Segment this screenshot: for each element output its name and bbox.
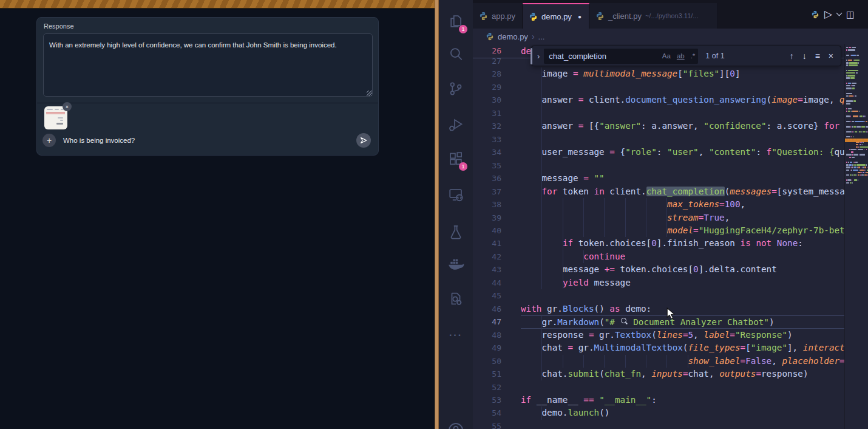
split-editor-icon[interactable]: ◫ [846, 10, 855, 19]
run-button[interactable]: ▷ [824, 9, 832, 19]
line-number: 32 [473, 120, 501, 132]
code-line [521, 381, 844, 394]
run-dropdown-icon[interactable] [836, 10, 843, 16]
indent-guide [541, 172, 542, 185]
remove-attachment-button[interactable]: × [63, 102, 72, 111]
explorer-badge: 1 [459, 25, 467, 33]
indent-guide [666, 211, 667, 224]
find-next-icon[interactable]: ↓ [802, 51, 807, 61]
minimap-line [846, 190, 868, 191]
minimap-line [846, 149, 868, 150]
breadcrumb-file[interactable]: demo.py [498, 32, 528, 41]
indent-guide [541, 120, 542, 132]
indent-guide [646, 224, 646, 237]
code-line: continue [521, 250, 844, 263]
indent-guide [541, 211, 542, 224]
find-input[interactable] [544, 52, 659, 61]
whole-word-toggle[interactable]: ab [674, 52, 688, 60]
line-number: 55 [473, 420, 501, 429]
remote-explorer-icon[interactable] [439, 182, 473, 207]
send-button[interactable] [356, 133, 371, 148]
response-textarea[interactable]: With an extremely high level of confiden… [43, 33, 373, 97]
more-actions-icon[interactable]: ··· [439, 323, 473, 348]
indent-guide [646, 198, 646, 211]
attachment-thumbnail[interactable]: × [44, 106, 67, 129]
code-line [521, 107, 844, 120]
minimap-line [846, 123, 868, 125]
chat-message-text[interactable]: Who is being invoiced? [63, 137, 135, 144]
indent-guide [563, 263, 563, 276]
indent-guide [541, 368, 542, 380]
line-number: 36 [473, 172, 501, 185]
docker-icon[interactable] [439, 252, 473, 276]
minimap-line [846, 197, 868, 199]
code-line: if token.choices[0].finish_reason is not… [521, 237, 844, 250]
minimap-line [846, 75, 868, 76]
code-line: gr.Markdown("# Document Analyzer Chatbot… [521, 315, 844, 328]
indent-guide [541, 146, 542, 159]
account-icon[interactable] [439, 418, 473, 429]
indent-guide [541, 263, 542, 276]
indent-guide [646, 211, 646, 224]
magnifier-icon [620, 318, 628, 325]
minimap-line [846, 195, 868, 196]
code-line: chat.submit(chat_fn, inputs=chat, output… [521, 368, 844, 380]
find-close-icon[interactable]: × [829, 51, 833, 61]
explorer-icon[interactable]: 1 [439, 9, 473, 33]
dirty-dot-icon[interactable]: ● [578, 13, 581, 20]
indent-guide [541, 67, 542, 80]
code-line: yield message [521, 276, 844, 289]
line-number: 54 [473, 407, 501, 419]
breadcrumb-more[interactable]: ... [538, 32, 545, 41]
find-expand-icon[interactable]: › [532, 52, 544, 61]
find-previous-icon[interactable]: ↑ [790, 51, 794, 61]
match-case-toggle[interactable]: Aa [659, 52, 674, 60]
minimap-line [846, 98, 868, 99]
source-control-icon[interactable] [439, 77, 473, 101]
regex-toggle[interactable]: .* [688, 52, 699, 60]
minimap-line [846, 157, 868, 158]
minimap-line [846, 85, 868, 86]
panel-divider [37, 103, 378, 103]
add-attachment-button[interactable]: + [42, 134, 56, 147]
line-number: 29 [473, 81, 501, 94]
minimap-line [846, 154, 868, 155]
response-label: Response [44, 22, 74, 30]
search-icon[interactable] [439, 42, 473, 66]
indent-guide [541, 133, 542, 146]
indent-guide [563, 211, 563, 224]
tab-description: ~/.../python3.11/... [645, 12, 699, 19]
code-line [521, 81, 844, 94]
minimap-line [846, 88, 868, 89]
line-number: 42 [473, 250, 501, 263]
find-actions: ↑ ↓ ≡ × [790, 51, 841, 61]
minimap-line [846, 47, 868, 48]
code-editor[interactable]: 2728293031323334353637383940414243444546… [473, 44, 868, 429]
line-number: 35 [473, 159, 501, 172]
indent-guide [541, 407, 542, 419]
cmake-tools-icon[interactable] [439, 287, 473, 311]
window-edge-divider[interactable] [435, 0, 439, 429]
minimap[interactable] [844, 44, 868, 429]
indent-guide [666, 224, 667, 237]
thumbnail-art [47, 109, 53, 110]
sticky-line-number: 26 [473, 44, 501, 58]
tab-app-py[interactable]: app.py [473, 3, 523, 29]
browser-titlebar [0, 0, 435, 9]
indent-guide [541, 276, 542, 289]
find-widget-sash[interactable] [531, 48, 532, 64]
tab-client-py[interactable]: _client.py ~/.../python3.11/... [589, 3, 718, 29]
find-in-selection-icon[interactable]: ≡ [815, 51, 820, 61]
minimap-line [846, 187, 868, 188]
run-debug-icon[interactable] [439, 112, 473, 137]
extensions-icon[interactable]: 1 [439, 146, 473, 171]
tab-demo-py[interactable]: demo.py ● [523, 3, 589, 29]
minimap-line [846, 151, 868, 153]
testing-icon[interactable] [439, 220, 473, 244]
code-line: response = gr.Textbox(lines=5, label="Re… [521, 329, 844, 341]
code-line [521, 420, 844, 429]
editor-actions: ▷ ◫ [813, 0, 868, 29]
tab-bar: app.py demo.py ● _client.py ~/.../python… [473, 0, 868, 29]
indent-guide [604, 198, 605, 211]
code-line [521, 289, 844, 302]
